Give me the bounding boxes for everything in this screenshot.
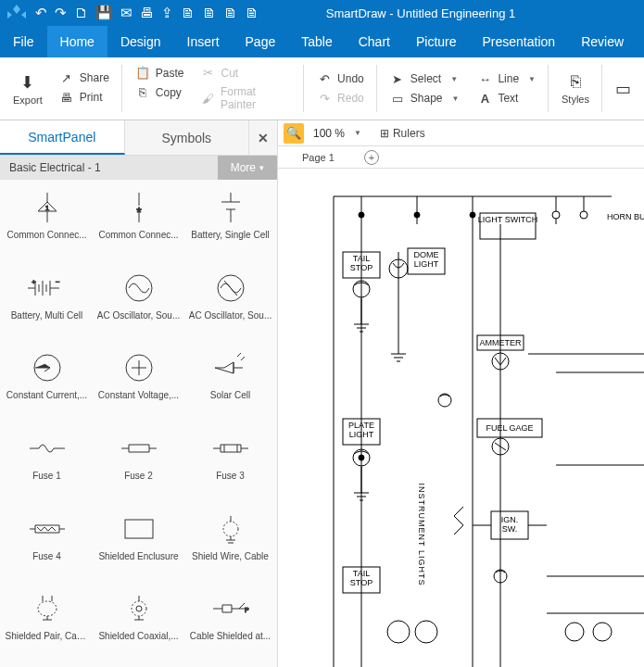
svg-text:HORN BU: HORN BU	[607, 212, 644, 221]
symbol-label: Fuse 3	[189, 471, 272, 481]
svg-text:+: +	[32, 278, 36, 286]
more-button[interactable]: ▭	[612, 77, 635, 101]
print-button[interactable]: 🖶Print	[56, 90, 113, 106]
svg-point-28	[359, 455, 364, 460]
print-icon[interactable]: 🖶	[140, 5, 154, 21]
share-button[interactable]: ↗Share	[56, 70, 113, 86]
menu-picture[interactable]: Picture	[403, 26, 470, 57]
rulers-button[interactable]: ⊞ Rulers	[380, 127, 425, 140]
symbol-label: Constant Voltage,...	[97, 390, 181, 400]
styles-button[interactable]: ⎘ Styles	[558, 70, 593, 107]
redo-button[interactable]: ↷Redo	[313, 91, 368, 107]
symbol-label: AC Oscillator, Sou...	[97, 310, 181, 321]
svg-point-35	[387, 621, 410, 643]
menu-insert[interactable]: Insert	[174, 26, 233, 57]
menu-home[interactable]: Home	[47, 26, 107, 57]
symbol-item[interactable]: Shield Wire, Cable	[185, 505, 275, 584]
panel-close-button[interactable]: ✕	[249, 120, 277, 155]
pdf-icon[interactable]: 🗎	[181, 5, 195, 21]
symbol-preview	[107, 268, 171, 308]
symbol-preview	[198, 187, 263, 228]
symbol-preview: *	[107, 187, 171, 228]
chevron-down-icon: ▼	[450, 75, 458, 83]
symbol-item[interactable]: *Common Connec...	[94, 183, 183, 262]
shape-icon: ▭	[390, 92, 405, 106]
page-tab-1[interactable]: Page 1	[284, 150, 353, 165]
undo-icon[interactable]: ↶	[35, 5, 47, 21]
symbol-category[interactable]: Basic Electrical - 1	[0, 156, 218, 180]
select-button[interactable]: ➤Select▼	[386, 71, 463, 87]
menu-bar: File Home Design Insert Page Table Chart…	[0, 26, 644, 57]
new-icon[interactable]: 🗋	[74, 5, 88, 21]
symbol-item[interactable]: +−Battery, Multi Cell	[2, 264, 92, 343]
symbol-item[interactable]: Constant Current,...	[2, 344, 92, 422]
svg-text:LIGHT SWITCH: LIGHT SWITCH	[478, 215, 537, 224]
menu-review[interactable]: Review	[568, 26, 637, 57]
mail-icon[interactable]: ✉	[120, 5, 133, 21]
symbol-preview	[198, 268, 263, 308]
menu-file[interactable]: File	[0, 26, 47, 57]
symbol-item[interactable]: PCable Shielded at...	[185, 585, 275, 663]
symbol-item[interactable]: Battery, Single Cell	[185, 183, 275, 262]
undo-arrow-icon: ↶	[317, 72, 332, 86]
symbol-item[interactable]: Shielded Enclusure	[94, 505, 183, 584]
save-icon[interactable]: 💾	[95, 5, 113, 21]
menu-chart[interactable]: Chart	[346, 26, 403, 57]
symbol-item[interactable]: Fuse 1	[2, 424, 92, 503]
symbol-item[interactable]: AC Oscillator, Sou...	[185, 264, 275, 343]
symbol-item[interactable]: Shielded Pair, Cable	[2, 585, 92, 663]
zoom-chevron-icon[interactable]: ▼	[354, 129, 361, 137]
shape-button[interactable]: ▭Shape▼	[386, 91, 463, 107]
symbol-preview	[107, 509, 171, 549]
format-painter-button[interactable]: 🖌Format Painter	[197, 84, 296, 112]
menu-presentation[interactable]: Presentation	[470, 26, 569, 57]
cut-button[interactable]: ✂Cut	[197, 65, 296, 81]
copy-button[interactable]: ⎘Copy	[132, 84, 188, 100]
symbol-preview	[198, 509, 263, 549]
symbol-item[interactable]: Fuse 2	[94, 424, 183, 503]
printer-icon: 🖶	[59, 91, 74, 105]
cut-icon: ✂	[201, 66, 216, 80]
symbol-preview	[15, 347, 80, 388]
export2-icon[interactable]: 🗎	[245, 5, 259, 21]
svg-point-36	[415, 621, 437, 643]
more-symbols-button[interactable]: More	[218, 156, 277, 180]
zoom-value[interactable]: 100 %	[313, 127, 345, 140]
symbol-label: Battery, Multi Cell	[6, 310, 89, 321]
menu-table[interactable]: Table	[288, 26, 345, 57]
svg-text:AMMETER: AMMETER	[480, 338, 523, 347]
text-button[interactable]: AText	[474, 91, 539, 107]
svg-point-19	[580, 211, 587, 219]
chevron-down-icon: ▼	[528, 75, 536, 83]
drawing-canvas[interactable]: LIGHT SWITCH HORN BU TAILSTOP DOMELIGHT …	[278, 169, 644, 667]
copy-icon: ⎘	[135, 85, 150, 99]
doc-icon[interactable]: 🗎	[202, 5, 216, 21]
export-button[interactable]: ⬇ Export	[9, 70, 46, 107]
svg-text:1: 1	[44, 204, 49, 212]
add-page-button[interactable]: +	[364, 150, 379, 165]
zoom-button[interactable]: 🔍	[284, 123, 304, 144]
menu-page[interactable]: Page	[233, 26, 289, 57]
symbol-item[interactable]: Constant Voltage,...	[94, 344, 183, 422]
symbol-item[interactable]: AC Oscillator, Sou...	[94, 264, 183, 343]
redo-icon[interactable]: ↷	[55, 5, 67, 21]
export-icon[interactable]: 🗎	[223, 5, 237, 21]
tab-smartpanel[interactable]: SmartPanel	[0, 120, 125, 155]
styles-icon: ⎘	[571, 72, 581, 92]
tab-symbols[interactable]: Symbols	[125, 120, 250, 155]
symbol-item[interactable]: Shielded Coaxial,...	[94, 585, 183, 663]
svg-point-18	[552, 211, 560, 219]
menu-support[interactable]: Support	[637, 26, 644, 57]
symbol-item[interactable]: Fuse 4	[2, 505, 92, 584]
symbol-item[interactable]: Solar Cell	[185, 344, 275, 422]
undo-button[interactable]: ↶Undo	[313, 71, 368, 87]
line-button[interactable]: ↔Line▼	[474, 71, 539, 87]
symbol-preview	[15, 509, 80, 549]
symbol-item[interactable]: Fuse 3	[185, 424, 275, 503]
symbol-preview	[198, 428, 263, 469]
menu-design[interactable]: Design	[107, 26, 174, 57]
symbol-item[interactable]: 1Common Connec...	[2, 183, 92, 262]
paste-button[interactable]: 📋Paste	[132, 65, 188, 81]
share-icon[interactable]: ⇪	[161, 5, 173, 21]
svg-text:−: −	[56, 278, 60, 286]
